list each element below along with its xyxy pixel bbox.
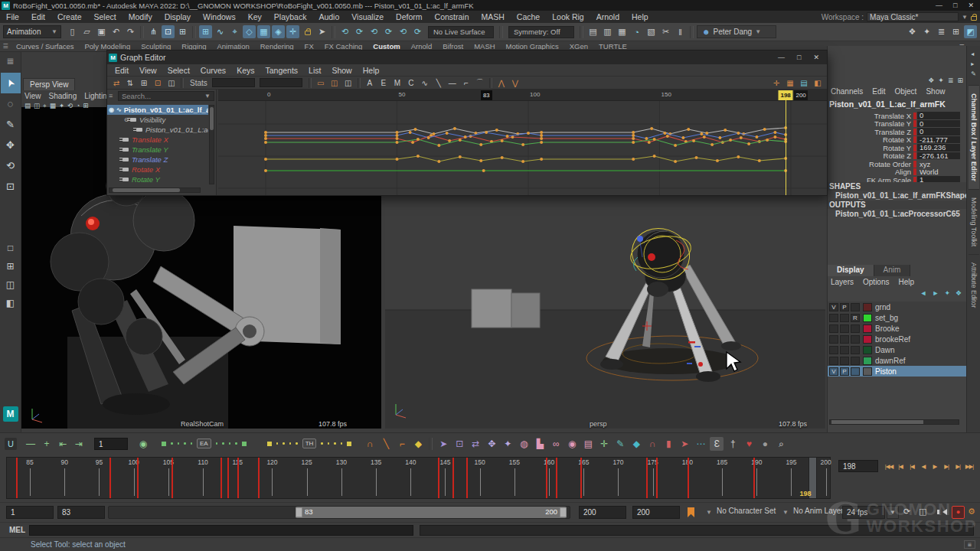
- live-surface-field[interactable]: No Live Surface: [428, 26, 494, 38]
- layer-visibility-toggle[interactable]: [829, 346, 838, 354]
- stacked-curves-icon[interactable]: ▤: [798, 77, 810, 88]
- retime-tool-icon[interactable]: ◫: [165, 77, 178, 88]
- select-mini-icon[interactable]: ➤: [436, 437, 450, 451]
- select-hierarchy-icon[interactable]: ⋔: [147, 25, 160, 38]
- outliner-hscrollbar[interactable]: [109, 187, 201, 193]
- create-layer-from-selected-icon[interactable]: ❖: [956, 289, 962, 297]
- layer-menu-layers[interactable]: Layers: [831, 278, 854, 286]
- channel-row-rotate-x[interactable]: Rotate X: [107, 165, 208, 174]
- marquee-tool-icon[interactable]: ⊡: [452, 437, 466, 451]
- viewport-toolbar-icon-3[interactable]: ▦: [50, 102, 56, 110]
- snap-projected-center-icon[interactable]: ◇: [243, 25, 256, 38]
- minimize-button[interactable]: —: [936, 2, 942, 9]
- current-time-field[interactable]: 198: [838, 460, 878, 472]
- display-percentage-icon[interactable]: ◔: [630, 25, 643, 38]
- ipr-render-icon[interactable]: ▥: [601, 25, 614, 38]
- workspace-caret-icon[interactable]: ▼: [962, 14, 968, 21]
- character-icon[interactable]: ✦: [501, 437, 514, 451]
- menu-key[interactable]: Key: [242, 12, 268, 21]
- audio-mute-icon[interactable]: [937, 509, 947, 515]
- layout-four-pane[interactable]: ⊞: [3, 259, 18, 273]
- diamond-icon[interactable]: ◆: [629, 437, 643, 451]
- layer-tab-display[interactable]: Display: [828, 265, 874, 276]
- create-bookmark-icon[interactable]: [688, 507, 694, 517]
- lasso-select-tool[interactable]: ◌: [1, 93, 21, 114]
- layer-row-dawn[interactable]: Dawn: [828, 344, 967, 355]
- new-scene-icon[interactable]: ▯: [66, 25, 79, 38]
- layer-visibility-toggle[interactable]: [829, 324, 838, 333]
- export-anim-icon[interactable]: ➤: [678, 437, 691, 451]
- frame-playback-range-icon[interactable]: ◫: [328, 77, 341, 88]
- layer-type-toggle[interactable]: [851, 346, 860, 354]
- anim-layer-select[interactable]: No Anim Layer: [793, 507, 844, 515]
- redo-icon[interactable]: ↷: [124, 25, 137, 38]
- select-tool[interactable]: ➤: [1, 73, 21, 93]
- panel-expand-icon[interactable]: ▸: [971, 60, 976, 67]
- close-button[interactable]: ✕: [968, 2, 974, 9]
- toolbox-grid-icon[interactable]: ▦: [7, 57, 14, 65]
- keyframe-tick[interactable]: [137, 458, 139, 498]
- clip-mini-icon[interactable]: ▮: [662, 437, 675, 451]
- layer-playback-toggle[interactable]: [840, 324, 849, 333]
- select-component-icon[interactable]: ⊞: [176, 25, 189, 38]
- step-back-frame-button[interactable]: |◀: [895, 460, 906, 472]
- attr-value-translate-x[interactable]: 0: [917, 112, 960, 119]
- layout-two-pane[interactable]: ◫: [3, 278, 18, 292]
- record-button[interactable]: ●: [952, 506, 965, 519]
- render-icon[interactable]: ▤: [586, 25, 599, 38]
- mixed-tangents-icon[interactable]: M: [391, 77, 403, 88]
- channel-box-menu-object[interactable]: Object: [895, 87, 917, 96]
- modeling-toolkit-toggle-icon[interactable]: ◩: [964, 25, 977, 38]
- walk-tool-icon[interactable]: ✥: [485, 437, 498, 451]
- attr-value-rotate-order[interactable]: xyz: [917, 160, 930, 168]
- ge-minimize-button[interactable]: —: [778, 54, 785, 61]
- viewport-toolbar-icon-5[interactable]: ⟲: [67, 102, 73, 110]
- layer-color-swatch[interactable]: [863, 357, 872, 365]
- shelf-tab-poly-modeling[interactable]: Poly Modeling: [80, 42, 136, 51]
- snap-point-icon[interactable]: ⌖: [228, 25, 241, 38]
- layer-playback-toggle[interactable]: [840, 357, 849, 365]
- side-tab-modeling-toolkit[interactable]: Modeling Toolkit: [969, 189, 979, 254]
- keyframe-tick[interactable]: [227, 458, 229, 498]
- open-scene-icon[interactable]: ▱: [80, 25, 93, 38]
- ge-menu-list[interactable]: List: [309, 66, 321, 75]
- save-scene-icon[interactable]: ▣: [95, 25, 108, 38]
- layer-visibility-toggle[interactable]: V: [829, 367, 838, 376]
- shelf-tab-motion-graphics[interactable]: Motion Graphics: [501, 42, 564, 51]
- shelf-tab-xgen[interactable]: XGen: [564, 42, 593, 51]
- frame-all-icon[interactable]: ▭: [315, 77, 327, 88]
- playback-loop-icon[interactable]: ⟳: [903, 507, 910, 517]
- viewport-toolbar-icon-2[interactable]: ⌖: [43, 102, 47, 110]
- step-tangents-icon[interactable]: ⌐: [460, 77, 472, 88]
- ge-menu-curves[interactable]: Curves: [201, 66, 226, 75]
- auto-tangents-icon[interactable]: A: [364, 77, 376, 88]
- more-options-icon[interactable]: ⋯: [694, 437, 707, 451]
- mel-label[interactable]: MEL: [9, 526, 25, 534]
- clamped-tangents-icon[interactable]: C: [405, 77, 417, 88]
- scale-tool[interactable]: ⊡: [1, 176, 21, 197]
- ge-close-button[interactable]: ✕: [813, 54, 819, 61]
- attr-value-rotate-z[interactable]: -276.161: [917, 152, 960, 160]
- layer-type-toggle[interactable]: R: [851, 314, 860, 322]
- rotate-tool[interactable]: ⟲: [1, 155, 21, 176]
- stats-time-field[interactable]: [212, 78, 255, 87]
- snap-grid-icon[interactable]: ⊞: [199, 25, 212, 38]
- go-to-start-button[interactable]: |◀◀: [884, 460, 894, 472]
- lock-icon[interactable]: [301, 25, 314, 38]
- keyframe-tick[interactable]: [656, 458, 658, 498]
- keyframe-tick[interactable]: [452, 458, 454, 498]
- add-inbetweens-icon[interactable]: +: [40, 437, 54, 451]
- menu-select[interactable]: Select: [88, 12, 122, 21]
- shelf-tab-rigging[interactable]: Rigging: [176, 42, 211, 51]
- layer-playback-toggle[interactable]: P: [840, 303, 849, 311]
- mel-command-input[interactable]: [29, 525, 413, 536]
- menu-file[interactable]: File: [0, 12, 25, 21]
- snap-keys-icon[interactable]: ▦: [784, 77, 796, 88]
- menu-create[interactable]: Create: [51, 12, 88, 21]
- filter-icon[interactable]: ≡: [109, 92, 116, 99]
- panel-mini-icon[interactable]: ▤: [581, 437, 595, 451]
- keyframe-tick[interactable]: [546, 458, 547, 498]
- playback-end-field[interactable]: 200: [579, 506, 626, 519]
- move-keys-left-icon[interactable]: ⇤: [56, 437, 70, 451]
- step-forward-key-button[interactable]: ▶|: [941, 460, 952, 472]
